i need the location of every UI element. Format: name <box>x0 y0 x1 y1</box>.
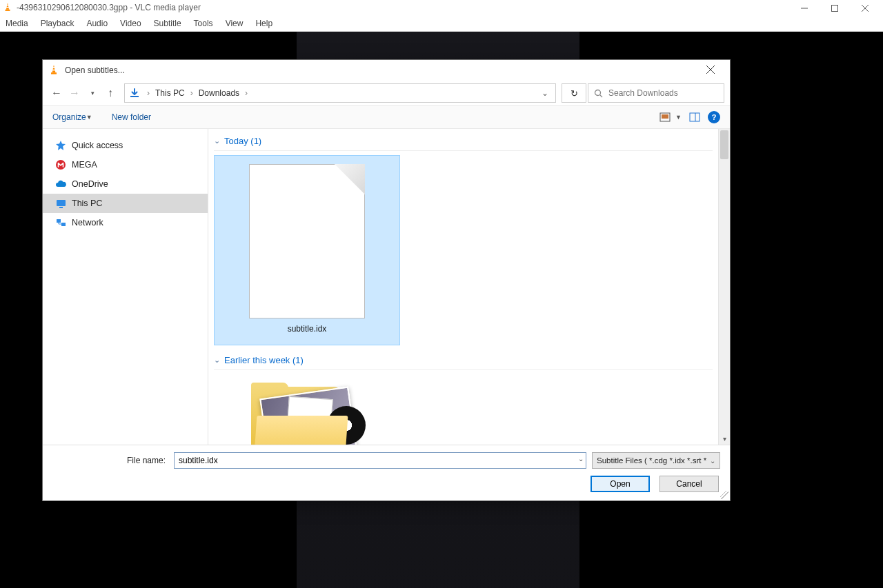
tree-this-pc[interactable]: This PC <box>43 194 208 213</box>
chevron-down-icon: ▼ <box>86 114 92 121</box>
vlc-title-bar: -4396310290612080030.3gpp - VLC media pl… <box>0 0 883 15</box>
scrollbar[interactable]: ▾ <box>718 129 730 445</box>
dialog-toolbar: Organize ▼ New folder ▼ ? <box>43 105 730 129</box>
svg-rect-1 <box>6 5 9 6</box>
organize-button[interactable]: Organize ▼ <box>52 112 92 122</box>
downloads-folder-icon <box>129 88 140 99</box>
menu-audio[interactable]: Audio <box>86 19 108 28</box>
chevron-down-icon: ⌄ <box>710 457 715 465</box>
folder-tile[interactable] <box>251 383 361 445</box>
file-name: subtitle.idx <box>288 324 327 334</box>
tree-label: Network <box>72 218 103 227</box>
chevron-down-icon[interactable]: ▼ <box>675 114 682 121</box>
maximize-button[interactable] <box>820 3 850 12</box>
group-today[interactable]: ⌄ Today (1) <box>214 133 713 151</box>
dialog-title: Open subtitles... <box>65 65 125 75</box>
group-label: Today (1) <box>224 136 261 146</box>
filename-label: File name: <box>43 456 168 465</box>
nav-back-button[interactable]: ← <box>48 85 65 101</box>
svg-rect-4 <box>832 6 838 12</box>
menu-playback[interactable]: Playback <box>41 19 75 28</box>
network-icon <box>55 217 66 228</box>
chevron-down-icon: ⌄ <box>214 356 220 365</box>
menu-video[interactable]: Video <box>120 19 141 28</box>
chevron-right-icon: › <box>242 88 250 98</box>
vlc-window-title: -4396310290612080030.3gpp - VLC media pl… <box>17 3 789 12</box>
svg-rect-9 <box>52 70 56 71</box>
svg-rect-8 <box>52 67 55 68</box>
search-box[interactable]: Search Downloads <box>588 83 724 103</box>
menu-help[interactable]: Help <box>255 19 272 28</box>
address-dropdown[interactable]: ⌄ <box>539 88 551 98</box>
search-placeholder: Search Downloads <box>608 88 678 98</box>
dialog-close-button[interactable] <box>697 65 724 76</box>
filetype-label: Subtitle Files ( *.cdg *.idx *.srt * <box>597 456 706 465</box>
help-button[interactable]: ? <box>708 111 720 123</box>
vlc-cone-icon <box>3 3 12 12</box>
svg-rect-16 <box>662 114 668 119</box>
view-options-button[interactable] <box>659 111 671 123</box>
svg-rect-12 <box>130 96 139 97</box>
navigation-tree: Quick access MEGA OneDrive This PC Netwo… <box>43 129 208 445</box>
open-button[interactable]: Open <box>591 476 650 492</box>
filetype-select[interactable]: Subtitle Files ( *.cdg *.idx *.srt * ⌄ <box>592 452 720 469</box>
nav-recent-dropdown[interactable]: ▾ <box>84 85 101 101</box>
document-icon <box>249 164 365 318</box>
nav-up-button[interactable]: ↑ <box>102 85 119 101</box>
file-tile-subtitle-idx[interactable]: subtitle.idx <box>214 155 400 345</box>
svg-rect-20 <box>57 200 66 206</box>
tree-mega[interactable]: MEGA <box>43 155 208 174</box>
tree-label: MEGA <box>72 160 97 170</box>
breadcrumb-root[interactable]: This PC <box>155 88 185 98</box>
resize-grip[interactable] <box>720 491 728 499</box>
minimize-button[interactable] <box>789 3 820 12</box>
group-label: Earlier this week (1) <box>224 355 304 365</box>
chevron-right-icon: › <box>188 88 196 98</box>
tree-network[interactable]: Network <box>43 213 208 232</box>
chevron-down-icon: ⌄ <box>214 136 220 145</box>
scrollbar-thumb[interactable] <box>720 130 728 159</box>
group-earlier[interactable]: ⌄ Earlier this week (1) <box>214 352 713 370</box>
vlc-menu-bar: Media Playback Audio Video Subtitle Tool… <box>0 15 883 32</box>
dialog-body: Quick access MEGA OneDrive This PC Netwo… <box>43 129 730 445</box>
svg-rect-2 <box>6 7 9 8</box>
cancel-button[interactable]: Cancel <box>659 476 719 492</box>
search-icon <box>594 89 603 98</box>
svg-rect-7 <box>51 72 57 74</box>
file-pane: ⌄ Today (1) subtitle.idx ⌄ E <box>208 129 730 445</box>
new-folder-button[interactable]: New folder <box>112 112 151 122</box>
tree-onedrive[interactable]: OneDrive <box>43 174 208 194</box>
dialog-title-bar: Open subtitles... <box>43 60 730 81</box>
preview-pane-button[interactable] <box>688 111 701 123</box>
breadcrumb-folder[interactable]: Downloads <box>199 88 239 98</box>
close-button[interactable] <box>850 3 880 12</box>
refresh-button[interactable]: ↻ <box>562 83 586 103</box>
menu-media[interactable]: Media <box>6 19 28 28</box>
scrollbar-down-button[interactable]: ▾ <box>719 433 730 445</box>
organize-label: Organize <box>52 112 86 122</box>
filename-dropdown[interactable]: ⌄ <box>578 455 584 463</box>
svg-rect-21 <box>59 207 63 208</box>
svg-rect-22 <box>57 219 61 223</box>
tree-quick-access[interactable]: Quick access <box>43 136 208 155</box>
mega-icon <box>55 159 66 170</box>
star-icon <box>55 140 66 151</box>
open-subtitles-dialog: Open subtitles... ← → ▾ ↑ › This PC › Do… <box>42 59 731 501</box>
tree-label: Quick access <box>72 141 123 150</box>
menu-view[interactable]: View <box>226 19 244 28</box>
vlc-cone-icon <box>48 65 59 76</box>
tree-label: This PC <box>72 199 102 208</box>
tree-label: OneDrive <box>72 179 108 189</box>
dialog-nav-row: ← → ▾ ↑ › This PC › Downloads › ⌄ ↻ Sear… <box>43 81 730 105</box>
nav-forward-button[interactable]: → <box>66 85 83 101</box>
filename-input[interactable] <box>174 452 586 469</box>
chevron-right-icon: › <box>144 88 152 98</box>
svg-line-14 <box>600 94 603 97</box>
menu-subtitle[interactable]: Subtitle <box>154 19 181 28</box>
svg-rect-0 <box>6 10 10 11</box>
dialog-footer: File name: ⌄ Subtitle Files ( *.cdg *.id… <box>43 445 730 500</box>
menu-tools[interactable]: Tools <box>194 19 213 28</box>
monitor-icon <box>55 198 66 209</box>
cloud-icon <box>55 179 66 190</box>
address-bar[interactable]: › This PC › Downloads › ⌄ <box>124 83 556 103</box>
